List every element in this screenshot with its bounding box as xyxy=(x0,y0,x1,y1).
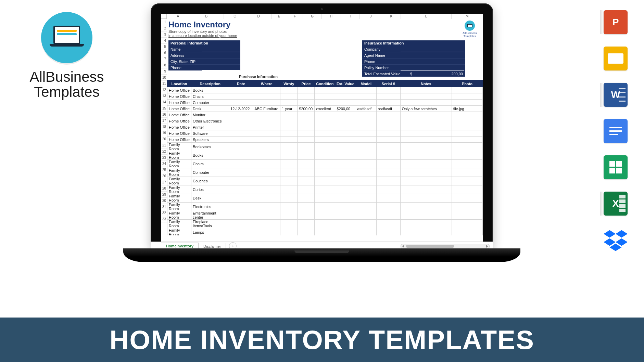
table-cell[interactable] xyxy=(253,194,280,203)
table-cell[interactable] xyxy=(452,177,482,185)
table-cell[interactable] xyxy=(376,124,400,130)
table-cell[interactable] xyxy=(253,228,280,236)
table-cell[interactable] xyxy=(452,118,482,124)
table-cell[interactable]: Computer xyxy=(191,168,229,177)
table-cell[interactable] xyxy=(229,203,253,211)
google-sheets-icon[interactable] xyxy=(604,155,628,179)
table-cell[interactable] xyxy=(315,194,335,203)
powerpoint-icon[interactable]: P xyxy=(604,10,628,34)
table-cell[interactable] xyxy=(400,168,452,177)
table-cell[interactable] xyxy=(356,203,376,211)
table-cell[interactable] xyxy=(229,137,253,143)
table-cell[interactable] xyxy=(452,185,482,194)
word-icon[interactable]: W xyxy=(604,83,628,107)
table-cell[interactable] xyxy=(229,93,253,100)
input-field[interactable] xyxy=(401,47,464,52)
input-field[interactable] xyxy=(401,53,464,58)
table-cell[interactable] xyxy=(280,185,298,194)
input-field[interactable] xyxy=(202,59,240,64)
table-row[interactable]: Home OfficeOther Electronics xyxy=(167,118,483,124)
table-cell[interactable] xyxy=(253,130,280,137)
table-cell[interactable] xyxy=(253,211,280,220)
table-cell[interactable] xyxy=(280,203,298,211)
table-cell[interactable]: Family Room xyxy=(167,220,191,228)
row-number[interactable]: 6 xyxy=(161,50,167,56)
table-cell[interactable] xyxy=(298,130,315,137)
table-cell[interactable] xyxy=(335,168,356,177)
table-header[interactable]: Date xyxy=(229,80,253,87)
table-cell[interactable] xyxy=(315,177,335,185)
google-docs-icon[interactable] xyxy=(604,119,628,143)
tab-home-inventory[interactable]: HomeInventory xyxy=(161,243,199,243)
row-number[interactable]: 19 xyxy=(161,130,167,136)
table-cell[interactable]: ABC Furniture xyxy=(253,106,280,112)
table-row[interactable]: Family RoomFireplace Items/Tools xyxy=(167,220,483,228)
table-cell[interactable] xyxy=(376,118,400,124)
table-cell[interactable] xyxy=(280,137,298,143)
row-number[interactable]: 20 xyxy=(161,136,167,142)
table-cell[interactable] xyxy=(229,100,253,106)
row-number[interactable]: 14 xyxy=(161,99,167,105)
table-cell[interactable]: Books xyxy=(191,151,229,160)
table-cell[interactable] xyxy=(335,194,356,203)
table-cell[interactable] xyxy=(376,112,400,118)
table-cell[interactable] xyxy=(298,100,315,106)
table-cell[interactable] xyxy=(356,124,376,130)
table-header[interactable]: Price xyxy=(298,80,315,87)
table-row[interactable]: Family RoomCouches xyxy=(167,177,483,185)
table-row[interactable]: Family RoomEntertainment center xyxy=(167,211,483,220)
table-cell[interactable] xyxy=(280,160,298,168)
table-cell[interactable] xyxy=(298,118,315,124)
column-header[interactable]: M xyxy=(451,14,483,19)
table-cell[interactable] xyxy=(315,203,335,211)
input-field[interactable] xyxy=(401,59,464,64)
table-cell[interactable]: Curios xyxy=(191,185,229,194)
table-cell[interactable]: Family Room xyxy=(167,194,191,203)
table-cell[interactable] xyxy=(452,93,482,100)
table-cell[interactable] xyxy=(335,118,356,124)
table-cell[interactable] xyxy=(335,87,356,93)
table-cell[interactable] xyxy=(356,112,376,118)
table-cell[interactable] xyxy=(376,185,400,194)
table-cell[interactable] xyxy=(315,168,335,177)
row-number[interactable]: 24 xyxy=(161,161,167,167)
table-cell[interactable] xyxy=(452,168,482,177)
column-header[interactable]: A xyxy=(167,14,189,19)
column-header[interactable]: E xyxy=(271,14,287,19)
table-row[interactable]: Family RoomChairs xyxy=(167,160,483,168)
table-cell[interactable]: excellent xyxy=(315,106,335,112)
table-cell[interactable]: file.jpg xyxy=(452,106,482,112)
row-number[interactable]: 27 xyxy=(161,179,167,185)
table-cell[interactable]: Family Room xyxy=(167,177,191,185)
google-slides-icon[interactable] xyxy=(604,47,628,70)
table-cell[interactable] xyxy=(376,220,400,228)
column-header[interactable]: G xyxy=(303,14,321,19)
table-cell[interactable] xyxy=(400,194,452,203)
table-row[interactable]: Family RoomCurios xyxy=(167,185,483,194)
table-cell[interactable] xyxy=(335,185,356,194)
table-row[interactable]: Home OfficeDesk12-12-2022ABC Furniture1 … xyxy=(167,106,483,112)
table-cell[interactable]: asdfasdf xyxy=(376,106,400,112)
table-cell[interactable] xyxy=(280,112,298,118)
table-cell[interactable] xyxy=(452,124,482,130)
table-cell[interactable] xyxy=(356,130,376,137)
table-cell[interactable] xyxy=(452,151,482,160)
table-cell[interactable] xyxy=(280,130,298,137)
row-number[interactable]: 9 xyxy=(161,68,167,75)
table-cell[interactable]: 12-12-2022 xyxy=(229,106,253,112)
row-number[interactable]: 21 xyxy=(161,142,167,148)
table-cell[interactable] xyxy=(400,151,452,160)
row-number[interactable]: 31 xyxy=(161,204,167,210)
table-cell[interactable] xyxy=(400,112,452,118)
table-cell[interactable] xyxy=(229,143,253,151)
column-header[interactable]: B xyxy=(189,14,224,19)
table-cell[interactable] xyxy=(315,124,335,130)
table-cell[interactable] xyxy=(356,143,376,151)
table-cell[interactable]: Electronics xyxy=(191,203,229,211)
table-cell[interactable] xyxy=(253,185,280,194)
table-cell[interactable] xyxy=(253,177,280,185)
table-cell[interactable] xyxy=(400,228,452,236)
table-cell[interactable] xyxy=(298,151,315,160)
column-header[interactable]: L xyxy=(401,14,451,19)
row-number[interactable]: 11 xyxy=(161,81,167,87)
